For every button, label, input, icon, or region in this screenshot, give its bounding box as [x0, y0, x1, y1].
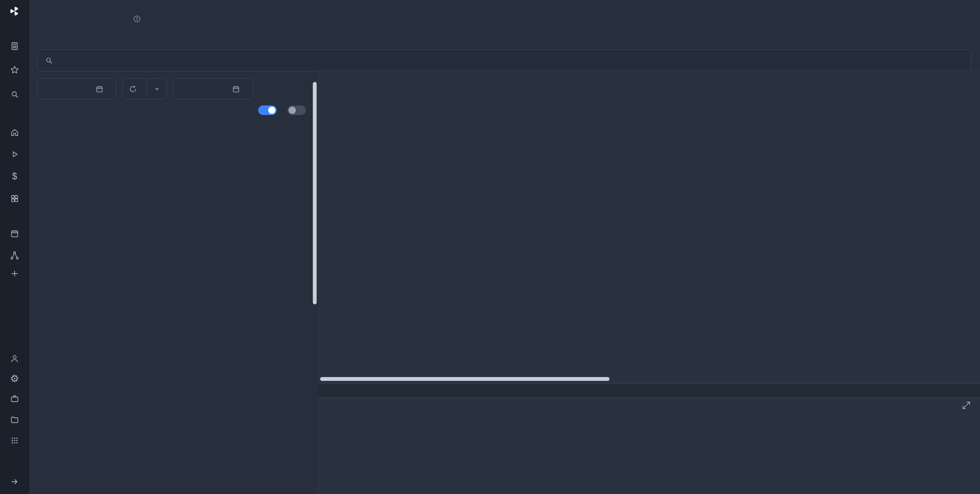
sidebar: $ — [0, 0, 29, 494]
errors-toggle[interactable] — [287, 105, 306, 115]
service-logs-page: $ — [0, 0, 980, 494]
user-icon[interactable] — [10, 354, 20, 364]
settings-icon[interactable]: ⚙ — [10, 374, 20, 384]
calculator-icon[interactable] — [10, 41, 20, 51]
windmill-logo[interactable] — [9, 5, 20, 17]
chevron-down-icon — [153, 85, 161, 93]
search-input[interactable] — [58, 55, 964, 65]
filters-row — [37, 78, 311, 99]
log-section-top[interactable] — [321, 79, 980, 374]
auto-refresh-toggle[interactable] — [258, 105, 277, 115]
max-datetime-field[interactable] — [173, 78, 254, 99]
search-icon[interactable] — [10, 89, 20, 99]
home-icon[interactable] — [10, 127, 20, 137]
min-datetime-field[interactable] — [37, 78, 116, 99]
search-icon — [45, 56, 53, 65]
calendar-icon[interactable] — [232, 85, 240, 93]
triggers-icon[interactable] — [10, 250, 20, 260]
log-horizontal-scrollbar[interactable] — [320, 377, 609, 381]
folders-icon[interactable] — [10, 415, 20, 425]
star-icon[interactable] — [10, 65, 20, 75]
logfiles-select — [122, 78, 167, 99]
refresh-icon — [129, 85, 137, 93]
apps-grid-icon[interactable] — [10, 436, 20, 446]
schedules-icon[interactable] — [10, 229, 20, 239]
logfiles-dropdown-button[interactable] — [147, 79, 167, 99]
log-section-bottom[interactable] — [321, 402, 980, 492]
min-datetime-input[interactable] — [44, 84, 92, 94]
resources-icon[interactable] — [10, 194, 20, 204]
logfiles-refresh-button[interactable] — [123, 79, 147, 99]
workers-scrollbar[interactable] — [313, 82, 317, 304]
info-icon[interactable] — [133, 15, 141, 25]
max-datetime-input[interactable] — [180, 84, 228, 94]
log-panel — [317, 69, 980, 494]
log-section-header — [317, 383, 980, 398]
toggles-row — [37, 105, 311, 115]
variables-icon[interactable]: $ — [10, 171, 20, 181]
calendar-icon[interactable] — [95, 85, 104, 93]
plus-icon[interactable] — [10, 269, 20, 279]
search-bar — [37, 49, 971, 72]
expand-sidebar-icon[interactable] — [10, 477, 20, 487]
workers-icon[interactable] — [10, 394, 20, 404]
runs-icon[interactable] — [10, 149, 20, 159]
